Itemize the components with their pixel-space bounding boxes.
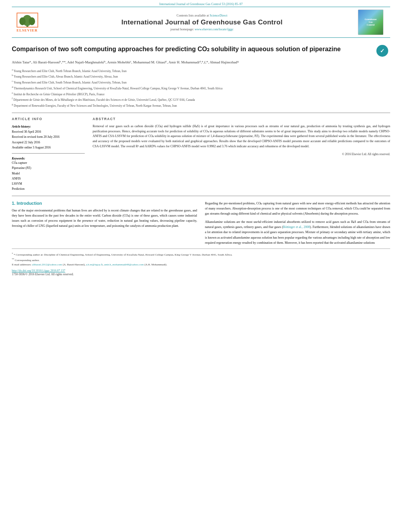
- journal-title-center: Contents lists available at ScienceDirec…: [48, 14, 356, 31]
- bottinger-ref[interactable]: Böttinger et al., 2008: [283, 225, 310, 229]
- affiliation-f: f Département de Génie des Mines, de la …: [12, 96, 390, 102]
- article-info-col: ARTICLE INFO Article history: Received 3…: [12, 117, 85, 192]
- body-left: 1. Introduction One of the major environ…: [12, 201, 197, 249]
- journal-homepage: journal homepage: www.elsevier.com/locat…: [48, 28, 356, 31]
- greenhouse-img-label: GreenhouseGasControl: [363, 17, 378, 28]
- footnote-2: ** Corresponding author.: [12, 258, 390, 263]
- affiliation-c: c Young Researchers and Elite Club, Sout…: [12, 79, 390, 85]
- affiliation-b: b Young Researchers and Elite Club, Ahva…: [12, 73, 390, 79]
- accepted-date: Accepted 22 July 2016: [12, 140, 85, 145]
- received-date: Received 30 April 2016: [12, 129, 85, 134]
- footer-section: * * Corresponding author at: Discipline …: [12, 248, 390, 276]
- keyword-3: Model: [12, 171, 85, 176]
- abstract-col: ABSTRACT Removal of sour gases such as c…: [93, 117, 390, 192]
- email-barati[interactable]: alibarati.2012@yahoo.com: [32, 263, 62, 266]
- keywords-list: CO₂ capture Piperazine (PZ) Model ANFIS …: [12, 160, 85, 192]
- revised-date: Received in revised form 20 July 2016: [12, 134, 85, 139]
- intro-para-1: One of the major environmental problems …: [12, 208, 197, 229]
- keywords-section: Keywords: CO₂ capture Piperazine (PZ) Mo…: [12, 157, 85, 192]
- doi-line: http://dx.doi.org/10.1016/j.ijggc.2016.0…: [12, 269, 390, 272]
- contents-available: Contents lists available at ScienceDirec…: [48, 14, 356, 17]
- affiliation-g: g Department of Renewable Energies, Facu…: [12, 102, 390, 108]
- journal-main-title: International Journal of Greenhouse Gas …: [48, 19, 356, 26]
- keyword-5: LSSVM: [12, 181, 85, 186]
- affiliation-d: d Thermodynamics Research Unit, School o…: [12, 85, 390, 91]
- article-info-divider: [12, 153, 85, 154]
- keywords-label: Keywords:: [12, 157, 85, 160]
- history-label: Article history:: [12, 124, 85, 129]
- intro-para-right-1: Regarding the pre-mentioned problems, CO…: [205, 201, 390, 217]
- keyword-4: ANFIS: [12, 176, 85, 181]
- authors-line: Afshin Tatarᵃ, Ali Barati-Harooniᵇ,**, A…: [12, 60, 390, 65]
- crossmark-icon: ✓: [376, 45, 388, 57]
- email-label: E-mail addresses:: [12, 263, 32, 266]
- affiliation-e: e Institut de Recherche en Génie Chimiqu…: [12, 91, 390, 96]
- abstract-text: Removal of sour gases such as carbon dio…: [93, 124, 390, 149]
- article-title-section: Comparison of two soft computing approac…: [12, 42, 390, 57]
- doi-link[interactable]: http://dx.doi.org/10.1016/j.ijggc.2016.0…: [12, 269, 65, 272]
- abstract-label: ABSTRACT: [93, 117, 390, 121]
- article-title: Comparison of two soft computing approac…: [12, 45, 372, 54]
- journal-header: ELSEVIER Contents lists available at Sci…: [12, 7, 390, 38]
- copyright-line: © 2016 Elsevier Ltd. All rights reserved…: [93, 152, 390, 156]
- greenhouse-logo: GreenhouseGasControl: [356, 9, 385, 35]
- article-history: Article history: Received 30 April 2016 …: [12, 124, 85, 150]
- keyword-6: Prediction: [12, 186, 85, 191]
- body-two-col: 1. Introduction One of the major environ…: [12, 201, 390, 249]
- affiliations: a Young Researchers and Elite Club, Nort…: [12, 68, 390, 108]
- body-content: 1. Introduction One of the major environ…: [12, 196, 390, 249]
- keyword-2: Piperazine (PZ): [12, 165, 85, 171]
- available-date: Available online 3 August 2016: [12, 145, 85, 150]
- body-right: Regarding the pre-mentioned problems, CO…: [205, 201, 390, 249]
- intro-para-right-2: Alkanolamine solutions are the most usef…: [205, 219, 390, 245]
- email-irgcp[interactable]: a.h.m@irgcp.fr: [86, 263, 102, 266]
- journal-top-bar: International Journal of Greenhouse Gas …: [0, 0, 402, 7]
- issn-line: 1750-5836/© 2016 Elsevier Ltd. All right…: [12, 272, 390, 276]
- footnote-1: * * Corresponding author at: Discipline …: [12, 252, 390, 258]
- crossmark-logo: ✓: [376, 45, 390, 57]
- footnote-emails: E-mail addresses: alibarati.2012@yahoo.c…: [12, 263, 390, 267]
- svg-point-2: [19, 17, 26, 25]
- section-1-title: 1. Introduction: [12, 201, 197, 206]
- elsevier-logo: ELSEVIER: [17, 13, 48, 32]
- article-info-label: ARTICLE INFO: [12, 117, 85, 121]
- keyword-1: CO₂ capture: [12, 160, 85, 165]
- journal-reference: International Journal of Greenhouse Gas …: [159, 2, 243, 6]
- affiliation-a: a Young Researchers and Elite Club, Nort…: [12, 68, 390, 73]
- greenhouse-img: GreenhouseGasControl: [358, 9, 383, 35]
- elsevier-text: ELSEVIER: [17, 28, 38, 32]
- svg-point-3: [29, 17, 35, 25]
- homepage-link[interactable]: www.elsevier.com/locate/ijggc: [195, 28, 234, 31]
- sciencedirect-link[interactable]: ScienceDirect: [210, 14, 227, 17]
- elsevier-tree-icon: [17, 13, 38, 28]
- two-col-section: ARTICLE INFO Article history: Received 3…: [12, 113, 390, 192]
- article-main: Comparison of two soft computing approac…: [12, 38, 390, 196]
- email-mohammadi[interactable]: amir.h_mohammadi48@yahoo.com: [104, 263, 144, 266]
